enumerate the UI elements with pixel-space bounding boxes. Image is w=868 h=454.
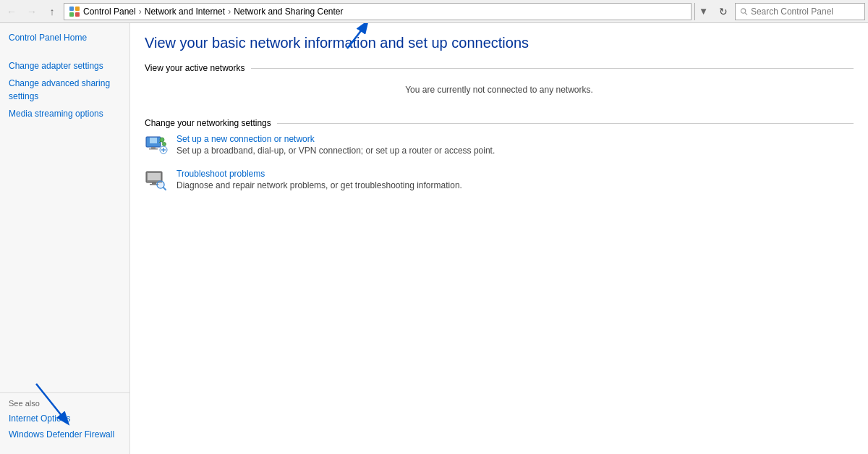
action-troubleshoot: Troubleshoot problems Diagnose and repai… <box>145 169 854 192</box>
svg-line-5 <box>745 12 747 14</box>
new-connection-icon-svg <box>145 134 168 157</box>
main-layout: Control Panel Home Change adapter settin… <box>0 23 868 454</box>
content-area: View your basic network information and … <box>130 23 868 454</box>
svg-point-22 <box>158 182 163 187</box>
up-button[interactable]: ↑ <box>43 3 61 20</box>
active-networks-divider <box>251 68 854 69</box>
active-networks-label: View your active networks <box>145 63 245 73</box>
svg-rect-19 <box>152 182 156 184</box>
sidebar-item-media-streaming[interactable]: Media streaming options <box>0 105 129 122</box>
change-settings-header: Change your networking settings <box>145 118 854 128</box>
forward-button[interactable]: → <box>23 3 41 20</box>
change-settings-section: Change your networking settings <box>145 118 854 192</box>
svg-line-13 <box>162 142 163 143</box>
sidebar-item-internet-options[interactable]: Internet Options <box>9 411 121 426</box>
troubleshoot-desc: Diagnose and repair network problems, or… <box>176 180 462 190</box>
search-box[interactable] <box>735 3 865 20</box>
svg-rect-9 <box>149 148 158 150</box>
breadcrumb-dropdown-button[interactable]: ▼ <box>694 3 712 20</box>
back-button[interactable]: ← <box>3 3 20 20</box>
see-also-section: See also Internet Options Windows Defend… <box>0 392 129 448</box>
change-settings-label: Change your networking settings <box>145 118 271 128</box>
address-bar: ← → ↑ Control Panel › Network and Intern… <box>0 0 868 23</box>
sidebar-item-control-panel-home[interactable]: Control Panel Home <box>0 29 129 46</box>
no-networks-text: You are currently not connected to any n… <box>145 79 854 106</box>
setup-connection-desc: Set up a broadband, dial-up, or VPN conn… <box>176 146 495 156</box>
setup-connection-link[interactable]: Set up a new connection or network <box>176 134 495 144</box>
svg-rect-3 <box>75 12 80 17</box>
troubleshoot-icon <box>145 169 168 192</box>
sidebar-item-change-advanced[interactable]: Change advanced sharing settings <box>0 75 129 105</box>
sidebar-top: Control Panel Home Change adapter settin… <box>0 29 129 122</box>
setup-connection-icon <box>145 134 168 157</box>
refresh-button[interactable]: ↻ <box>715 3 732 20</box>
breadcrumb-sep-2: › <box>228 7 231 17</box>
sidebar: Control Panel Home Change adapter settin… <box>0 23 130 454</box>
breadcrumb-control-panel[interactable]: Control Panel <box>83 7 136 17</box>
breadcrumb-network-internet[interactable]: Network and Internet <box>145 7 225 17</box>
troubleshoot-link[interactable]: Troubleshoot problems <box>176 169 462 179</box>
page-title: View your basic network information and … <box>145 35 854 51</box>
breadcrumb: Control Panel › Network and Internet › N… <box>64 3 692 20</box>
sidebar-item-change-adapter[interactable]: Change adapter settings <box>0 57 129 75</box>
svg-rect-7 <box>150 138 157 143</box>
action-troubleshoot-text: Troubleshoot problems Diagnose and repai… <box>176 169 462 190</box>
see-also-label: See also <box>9 399 121 408</box>
svg-rect-8 <box>151 147 156 148</box>
active-networks-section-header: View your active networks <box>145 63 854 73</box>
svg-rect-2 <box>69 12 74 17</box>
action-setup-connection: Set up a new connection or network Set u… <box>145 134 854 157</box>
svg-rect-0 <box>69 7 74 11</box>
svg-point-4 <box>741 8 745 12</box>
search-icon <box>740 7 748 16</box>
breadcrumb-sep-1: › <box>139 7 142 17</box>
breadcrumb-current[interactable]: Network and Sharing Center <box>234 7 343 17</box>
sidebar-item-defender-firewall[interactable]: Windows Defender Firewall <box>9 426 121 442</box>
action-setup-text: Set up a new connection or network Set u… <box>176 134 495 156</box>
control-panel-icon <box>69 6 80 17</box>
svg-rect-1 <box>75 7 80 11</box>
search-input[interactable] <box>751 7 860 17</box>
change-settings-divider <box>277 123 854 124</box>
troubleshoot-icon-svg <box>145 169 168 192</box>
svg-line-23 <box>163 188 166 190</box>
svg-rect-18 <box>148 173 161 180</box>
